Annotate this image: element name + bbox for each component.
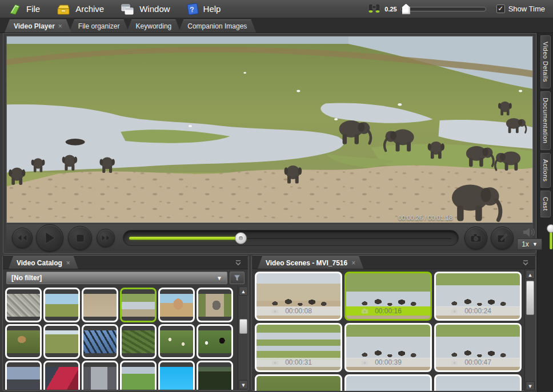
scene-timestamp: 00:00:24 — [464, 307, 491, 315]
menu-help[interactable]: ?Help — [178, 0, 229, 18]
scroll-down-arrow[interactable]: ▼ — [526, 381, 535, 390]
zoom-slider-thumb[interactable] — [402, 4, 410, 14]
catalog-thumbnail-ostrich[interactable] — [82, 288, 118, 322]
catalog-tab[interactable]: Video Catalog × — [9, 256, 78, 269]
menu-window[interactable]: Window — [112, 0, 178, 18]
filter-funnel-button[interactable] — [230, 272, 245, 284]
catalog-tab-row: Video Catalog × — [3, 256, 248, 269]
scenes-tab[interactable]: Video Scenes - MVI_7516 × — [258, 256, 363, 269]
sidebar-tab-actions[interactable]: Actions — [540, 153, 551, 188]
close-icon[interactable]: × — [351, 259, 355, 267]
edit-pencil-icon — [497, 233, 507, 243]
tab-file-organizer[interactable]: File organizer — [69, 19, 129, 33]
chevron-down-icon: ▼ — [217, 275, 222, 281]
menu-label: File — [26, 4, 40, 14]
thumbnail-image — [83, 367, 117, 390]
filter-value: [No filter] — [11, 274, 42, 282]
catalog-thumbnail-cyansky[interactable] — [158, 361, 195, 390]
volume-slider[interactable] — [547, 225, 553, 250]
camera-icon — [451, 308, 458, 316]
catalog-thumbnail-ele-road[interactable] — [197, 288, 233, 322]
catalog-thumbnail-leopard[interactable] — [5, 324, 42, 359]
catalog-scrollbar[interactable]: ▲ ▼ — [238, 286, 248, 390]
video-player-panel: 00:00:26 / 00:01:18 — [3, 33, 536, 254]
volume-thumb[interactable] — [547, 224, 553, 233]
catalog-thumbnail-street[interactable] — [82, 361, 118, 390]
speaker-icon[interactable] — [522, 227, 537, 238]
scene-thumbnail-000047[interactable]: 00:00:47 — [434, 323, 522, 372]
menu-archive[interactable]: Archive — [48, 0, 112, 18]
close-icon[interactable]: × — [58, 22, 62, 30]
scene-thumbnail-000039[interactable]: 00:00:39 — [344, 323, 432, 372]
close-icon[interactable]: × — [66, 259, 70, 267]
camera-icon — [271, 308, 279, 316]
scene-thumbnail[interactable] — [344, 374, 432, 391]
edit-button[interactable] — [491, 227, 514, 249]
scroll-up-arrow[interactable]: ▲ — [526, 270, 535, 279]
filter-dropdown[interactable]: [No filter] ▼ — [6, 272, 227, 284]
scene-thumbnail-000016[interactable]: 00:00:16 — [344, 272, 432, 321]
stop-button[interactable] — [68, 226, 92, 250]
catalog-thumbnail-pebbles[interactable] — [5, 288, 42, 322]
video-display[interactable]: 00:00:26 / 00:01:18 — [6, 36, 533, 223]
seek-thumb[interactable] — [235, 232, 247, 244]
catalog-thumbnail-foliage[interactable] — [120, 324, 157, 359]
scene-timestamp: 00:00:16 — [375, 307, 402, 315]
scene-timestamp-bar: 00:00:31 — [257, 358, 340, 367]
menu-label: Archive — [75, 4, 104, 14]
tab-label: Video Player — [14, 22, 55, 30]
play-button[interactable] — [36, 224, 63, 252]
catalog-thumbnail-giraffe[interactable] — [43, 288, 80, 322]
scene-thumbnail-000031[interactable]: 00:00:31 — [255, 323, 342, 372]
sidebar-tab-video-details[interactable]: Video Details — [540, 35, 551, 88]
scrollbar-thumb[interactable] — [239, 319, 247, 334]
camera-icon — [361, 308, 368, 316]
rewind-button[interactable] — [12, 228, 33, 248]
scrollbar-thumb[interactable] — [526, 281, 534, 315]
scene-thumbnail-000024[interactable]: 00:00:24 — [434, 272, 522, 321]
camera-icon — [470, 233, 482, 243]
catalog-thumbnail-savanna[interactable] — [43, 324, 80, 359]
thumbnail-image — [160, 294, 193, 317]
tab-keywording[interactable]: Keywording — [127, 19, 181, 33]
panel-menu-icon[interactable] — [522, 258, 530, 269]
catalog-thumbnail-city[interactable] — [5, 361, 42, 390]
seek-bar[interactable] — [123, 230, 459, 246]
scene-thumbnail[interactable] — [434, 374, 522, 391]
sidebar-tab-cast[interactable]: Cast — [540, 191, 551, 217]
zoom-slider[interactable] — [400, 7, 486, 11]
playback-speed-dropdown[interactable]: 1x ▼ — [517, 239, 542, 250]
scene-timestamp: 00:00:08 — [285, 307, 312, 315]
scenes-scrollbar[interactable]: ▲ ▼ — [524, 269, 535, 391]
scene-thumbnail-000008[interactable]: 00:00:08 — [255, 272, 342, 321]
catalog-thumbnail-skybranch[interactable] — [82, 324, 118, 359]
menu-bar: FileArchiveWindow?Help 0.25 ✓ Show Time — [0, 0, 553, 18]
catalog-thumbnail-park[interactable] — [120, 361, 157, 390]
main-tab-bar: Video Player×File organizerKeywordingCom… — [0, 18, 553, 33]
catalog-thumbnails-area: ▲ ▼ — [3, 286, 248, 390]
tab-video-player[interactable]: Video Player× — [5, 19, 71, 33]
catalog-thumbnail-bushflower[interactable] — [158, 324, 195, 359]
catalog-thumbnail-lawndog[interactable] — [197, 324, 233, 359]
catalog-thumbnail-darktrees[interactable] — [197, 361, 233, 390]
fast-forward-button[interactable] — [97, 229, 115, 247]
scroll-down-arrow[interactable]: ▼ — [239, 380, 248, 389]
menu-file[interactable]: File — [0, 0, 48, 18]
catalog-thumbnail-portrait[interactable] — [158, 288, 195, 322]
thumbnail-image — [7, 294, 40, 317]
video-scenes-panel: Video Scenes - MVI_7516 × 00:00:0800:00:… — [251, 255, 536, 391]
snapshot-button[interactable] — [464, 227, 487, 249]
tab-companion-images[interactable]: Companion Images — [178, 19, 256, 33]
scroll-up-arrow[interactable]: ▲ — [239, 286, 248, 296]
sidebar-tab-documentation[interactable]: Documentation — [540, 91, 551, 150]
thumbnail-image — [122, 367, 155, 390]
scene-thumbnail[interactable] — [255, 374, 342, 391]
catalog-thumbnail-redjacket[interactable] — [43, 361, 80, 390]
catalog-thumbnail-waterhole[interactable] — [120, 288, 157, 322]
panel-menu-icon[interactable] — [234, 258, 242, 269]
show-time-checkbox[interactable]: ✓ — [496, 5, 505, 13]
player-controls: 1x ▼ — [6, 224, 533, 252]
tab-label: Keywording — [136, 22, 172, 30]
scenes-tab-row: Video Scenes - MVI_7516 × — [252, 256, 535, 269]
video-frame-scene — [7, 37, 532, 223]
